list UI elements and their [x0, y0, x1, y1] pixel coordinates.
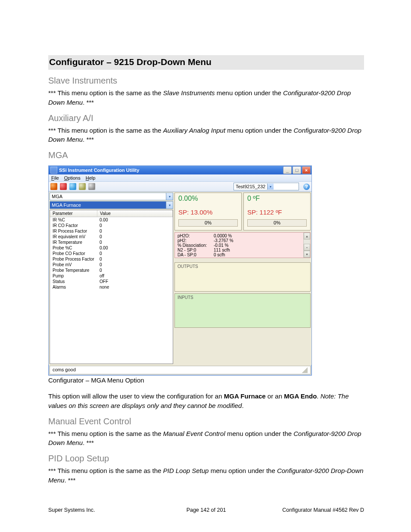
loop1-value: 0.00%: [178, 195, 238, 202]
notes-icon[interactable]: [88, 183, 95, 190]
param-name: Alarms: [50, 284, 97, 290]
category-combobox[interactable]: MGA ▾: [50, 193, 173, 200]
loop2-setpoint: SP: 1122 ºF: [247, 208, 307, 216]
chevron-down-icon: ▾: [267, 184, 274, 190]
param-name: IR Process Factor: [50, 228, 97, 234]
toolbar: Test9215_232 ▾ ?: [49, 182, 311, 192]
param-name: IR equivalent mV: [50, 234, 97, 240]
inputs-panel: INPUTS: [174, 293, 311, 328]
table-row[interactable]: Probe mV0: [50, 262, 173, 268]
param-value: OFF: [97, 279, 173, 284]
subtype-combobox-value: MGA Furnace: [50, 202, 166, 208]
footer-right: Configurator Manual #4562 Rev D: [282, 507, 364, 513]
window-titlebar[interactable]: SSi Instrument Configuration Utility _ □…: [49, 166, 311, 174]
param-value: 0: [97, 240, 173, 245]
table-row[interactable]: Probe Temperature0: [50, 268, 173, 273]
figure-caption: Configurator – MGA Menu Option: [48, 376, 364, 384]
loop1-setpoint: SP: 13.00%: [178, 208, 238, 216]
param-value: 0.00: [97, 217, 173, 223]
table-row[interactable]: IR Process Factor0: [50, 228, 173, 234]
reading-row: N2 - SP:0111 scfh: [177, 248, 234, 252]
param-name: Probe CO Factor: [50, 251, 97, 256]
resize-grip-icon[interactable]: [302, 367, 308, 373]
table-row[interactable]: Probe Process Factor0: [50, 256, 173, 262]
device-combobox[interactable]: Test9215_232 ▾: [234, 183, 299, 190]
readings-scrollbar[interactable]: ▲ ▪ ▼: [303, 233, 310, 258]
param-value: 0: [97, 268, 173, 273]
param-name: IR Temperature: [50, 240, 97, 245]
section-pid-loop-heading: PID Loop Setup: [48, 454, 364, 464]
scroll-up-icon[interactable]: ▲: [304, 233, 310, 240]
status-bar: coms good: [50, 366, 311, 374]
table-row[interactable]: IR equivalent mV0: [50, 234, 173, 240]
minimize-button[interactable]: _: [283, 166, 292, 174]
section-manual-event-heading: Manual Event Control: [48, 417, 364, 426]
section-auxiliary-ai-body: *** This menu option is the same as the …: [48, 126, 364, 145]
param-value: 0: [97, 234, 173, 240]
table-row[interactable]: Probe %C0.00: [50, 245, 173, 251]
page-heading: Configurator – 9215 Drop-Down Menu: [48, 55, 364, 70]
outputs-label: OUTPUTS: [175, 263, 310, 270]
status-text: coms good: [53, 367, 76, 373]
param-name: Status: [50, 279, 97, 284]
reading-row: % Dissociation:-0.01 %: [177, 243, 234, 248]
loop2-output: 0%: [247, 219, 307, 227]
loop1-panel: 0.00% SP: 13.00% 0%: [174, 193, 242, 230]
param-name: Probe Temperature: [50, 268, 97, 273]
chevron-down-icon: ▾: [166, 193, 173, 200]
menu-help[interactable]: Help: [86, 175, 96, 180]
loop2-panel: 0 ºF SP: 1122 ºF 0%: [243, 193, 311, 230]
scroll-down-icon[interactable]: ▼: [304, 251, 310, 258]
subtype-combobox[interactable]: MGA Furnace ▾: [50, 201, 173, 209]
help-icon[interactable]: ?: [303, 184, 310, 190]
close-button[interactable]: ×: [302, 166, 311, 174]
maximize-button[interactable]: □: [293, 166, 301, 174]
table-row[interactable]: IR CO Factor0: [50, 223, 173, 228]
app-icon: [50, 167, 57, 174]
window-title: SSi Instrument Configuration Utility: [59, 168, 139, 173]
table-row[interactable]: Alarmsnone: [50, 284, 173, 290]
param-value: 0: [97, 256, 173, 262]
configurator-window: SSi Instrument Configuration Utility _ □…: [48, 165, 312, 376]
reading-row: pH2O:0.0000 %: [177, 233, 234, 238]
param-value: 0: [97, 228, 173, 234]
param-name: IR CO Factor: [50, 223, 97, 228]
table-row[interactable]: IR Temperature0: [50, 240, 173, 245]
param-name: Pump: [50, 273, 97, 279]
footer-page: Page 142 of 201: [187, 507, 226, 513]
loop2-value: 0 ºF: [247, 195, 307, 202]
database-icon[interactable]: [69, 183, 76, 190]
parameter-grid: Parameter Value IR %C0.00IR CO Factor0IR…: [50, 210, 173, 364]
scroll-mid-icon[interactable]: ▪: [304, 244, 310, 251]
reading-row: DA - SP:00 scfh: [177, 252, 234, 257]
section-slave-instruments-heading: Slave Instruments: [48, 76, 364, 86]
grid-header-value[interactable]: Value: [97, 210, 173, 217]
table-row[interactable]: StatusOFF: [50, 279, 173, 284]
settings-icon[interactable]: [79, 183, 86, 190]
param-name: IR %C: [50, 217, 97, 223]
outputs-panel: OUTPUTS: [174, 262, 311, 292]
table-row[interactable]: Probe CO Factor0: [50, 251, 173, 256]
section-auxiliary-ai-heading: Auxiliary A/I: [48, 113, 364, 123]
section-manual-event-body: *** This menu option is the same as the …: [48, 429, 364, 448]
connect-icon[interactable]: [50, 183, 57, 190]
table-row[interactable]: Pumpoff: [50, 273, 173, 279]
menu-options[interactable]: Options: [64, 175, 81, 180]
device-combobox-value: Test9215_232: [234, 184, 267, 189]
grid-header-parameter[interactable]: Parameter: [50, 210, 97, 217]
param-name: Probe %C: [50, 245, 97, 251]
menu-file[interactable]: File: [51, 175, 59, 180]
param-name: Probe mV: [50, 262, 97, 268]
param-value: none: [97, 284, 173, 290]
disconnect-icon[interactable]: [60, 183, 67, 190]
chevron-down-icon: ▾: [166, 202, 173, 208]
param-value: 0: [97, 223, 173, 228]
loop1-output: 0%: [178, 219, 238, 227]
param-value: 0.00: [97, 245, 173, 251]
section-mga-heading: MGA: [48, 150, 364, 160]
param-name: Probe Process Factor: [50, 256, 97, 262]
param-value: 0: [97, 251, 173, 256]
table-row[interactable]: IR %C0.00: [50, 217, 173, 223]
page-footer: Super Systems Inc. Page 142 of 201 Confi…: [48, 507, 364, 513]
mga-description: This option will allow the user to view …: [48, 392, 364, 411]
